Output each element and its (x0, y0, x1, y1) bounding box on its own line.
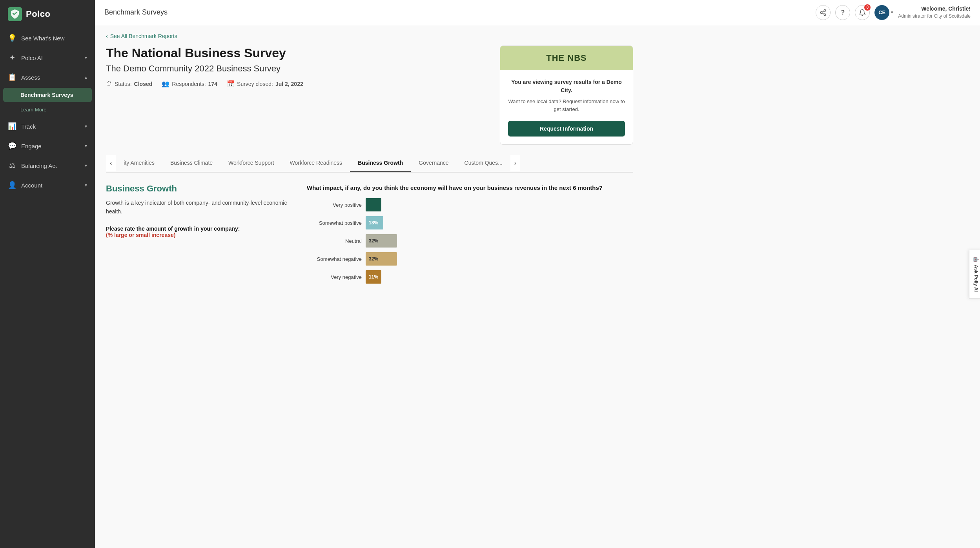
bar-row: Very negative11% (307, 270, 633, 284)
sidebar-logo[interactable]: Polco (0, 0, 95, 28)
tab-governance[interactable]: Governance (411, 154, 456, 173)
bar-track: 11% (366, 270, 633, 284)
chevron-up-icon: ▴ (85, 75, 87, 80)
status-label: Status: (115, 81, 132, 87)
people-icon: 👥 (162, 80, 169, 87)
sidebar-item-account[interactable]: 👤 Account ▾ (0, 175, 95, 195)
page-title: Benchmark Surveys (104, 8, 809, 16)
sidebar-item-see-whats-new[interactable]: 💡 See What's New (0, 28, 95, 48)
sidebar-item-label: Engage (21, 143, 42, 149)
survey-meta: ⏱ Status: Closed 👥 Respondents: 174 📅 Su… (106, 80, 490, 87)
respondents-value: 174 (208, 81, 217, 87)
sidebar-item-balancing-act[interactable]: ⚖ Balancing Act ▾ (0, 156, 95, 175)
tab-workforce-support[interactable]: Workforce Support (220, 154, 282, 173)
help-button[interactable]: ? (835, 5, 850, 20)
tabs-bar: ‹ ity Amenities Business Climate Workfor… (106, 154, 633, 173)
bar-percentage: 11% (369, 274, 378, 280)
bar-track: 32% (366, 234, 633, 248)
user-role: Administrator for City of Scottsdale (898, 13, 971, 20)
chart-area: What impact, if any, do you think the ec… (307, 184, 633, 288)
share-button[interactable] (816, 5, 831, 20)
chevron-left-icon: ‹ (106, 33, 108, 39)
content-area: ‹ See All Benchmark Reports The National… (95, 25, 980, 548)
nbs-body-text: You are viewing survey results for a Dem… (508, 78, 625, 95)
logo-text: Polco (26, 9, 50, 19)
svg-line-5 (822, 11, 824, 12)
tabs-prev-button[interactable]: ‹ (106, 155, 116, 171)
bar-fill: 32% (366, 234, 397, 248)
closed-label: Survey closed: (237, 81, 273, 87)
sidebar-item-engage[interactable]: 💬 Engage ▾ (0, 136, 95, 156)
chevron-down-icon: ▾ (85, 55, 87, 60)
lightbulb-icon: 💡 (8, 34, 16, 42)
survey-status: ⏱ Status: Closed (106, 80, 152, 87)
balance-icon: ⚖ (8, 161, 16, 170)
sidebar-submenu-label: Benchmark Surveys (20, 92, 73, 98)
sidebar-item-label: Assess (21, 74, 40, 81)
ask-polly-ai-tab[interactable]: 🤖 Ask Polly AI (969, 250, 980, 299)
bar-track: 18% (366, 216, 633, 229)
sub-question-text: Please rate the amount of growth in your… (106, 226, 294, 238)
user-icon: 👤 (8, 181, 16, 189)
section-description: Business Growth Growth is a key indicato… (106, 184, 294, 288)
bar-fill: 11% (366, 270, 381, 284)
sidebar-item-track[interactable]: 📊 Track ▾ (0, 117, 95, 136)
chevron-down-icon: ▾ (85, 182, 87, 188)
sidebar-item-label: See What's New (21, 35, 64, 42)
tab-workforce-readiness[interactable]: Workforce Readiness (282, 154, 350, 173)
tab-business-growth[interactable]: Business Growth (350, 154, 411, 173)
tabs-next-button[interactable]: › (510, 155, 520, 171)
sidebar-item-assess[interactable]: 📋 Assess ▴ (0, 67, 95, 87)
survey-title: The National Business Survey (106, 46, 490, 60)
nbs-card-header: THE NBS (500, 46, 633, 70)
bar-row: Very positive (307, 198, 633, 211)
back-link-text: See All Benchmark Reports (110, 33, 177, 39)
notification-badge: 0 (864, 4, 871, 11)
topbar: Benchmark Surveys ? 0 CE ▾ (95, 0, 980, 25)
bar-percentage: 18% (369, 220, 378, 226)
request-information-button[interactable]: Request Information (508, 121, 625, 137)
sidebar-item-benchmark-surveys[interactable]: Benchmark Surveys (3, 88, 92, 102)
share-icon (820, 9, 827, 16)
survey-closed-date: 📅 Survey closed: Jul 2, 2022 (227, 80, 303, 87)
svg-point-2 (821, 11, 823, 13)
status-value: Closed (134, 81, 153, 87)
tab-custom-questions[interactable]: Custom Ques... (457, 154, 510, 173)
chart-question: What impact, if any, do you think the ec… (307, 184, 633, 192)
ask-polly-label: Ask Polly AI (973, 265, 979, 292)
ai-icon: ✦ (8, 53, 16, 62)
bar-fill: 32% (366, 252, 397, 266)
bar-label: Somewhat positive (307, 220, 362, 226)
user-avatar-dropdown[interactable]: CE ▾ (874, 5, 893, 20)
nbs-card-body: You are viewing survey results for a Dem… (500, 70, 633, 144)
bar-fill: 18% (366, 216, 383, 229)
tab-business-climate[interactable]: Business Climate (162, 154, 220, 173)
tab-content: Business Growth Growth is a key indicato… (106, 173, 633, 288)
avatar: CE (874, 5, 889, 20)
respondents-label: Respondents: (172, 81, 206, 87)
chat-icon: 💬 (8, 142, 16, 150)
sidebar-item-label: Polco AI (21, 55, 43, 61)
sub-question-link[interactable]: (% large or small increase) (106, 232, 175, 238)
survey-info: The National Business Survey The Demo Co… (106, 46, 490, 91)
notification-button[interactable]: 0 (855, 5, 870, 20)
survey-header: The National Business Survey The Demo Co… (106, 46, 633, 145)
clock-icon: ⏱ (106, 80, 112, 87)
sidebar-item-label: Track (21, 123, 36, 130)
back-link[interactable]: ‹ See All Benchmark Reports (106, 33, 633, 39)
sidebar-item-learn-more[interactable]: Learn More (0, 103, 95, 117)
sidebar-item-polco-ai[interactable]: ✦ Polco AI ▾ (0, 48, 95, 67)
survey-subtitle: The Demo Community 2022 Business Survey (106, 64, 490, 74)
bar-row: Somewhat positive18% (307, 216, 633, 229)
bar-fill (366, 198, 381, 211)
bell-icon (859, 9, 866, 16)
chevron-down-icon: ▾ (85, 124, 87, 129)
welcome-text-block: Welcome, Christie! Administrator for Cit… (898, 5, 971, 19)
svg-point-1 (824, 9, 826, 11)
bar-percentage: 32% (369, 256, 378, 262)
tab-community-amenities[interactable]: ity Amenities (116, 154, 162, 173)
help-icon: ? (841, 9, 845, 16)
bar-row: Neutral32% (307, 234, 633, 248)
bar-track: 32% (366, 252, 633, 266)
bar-label: Neutral (307, 238, 362, 244)
